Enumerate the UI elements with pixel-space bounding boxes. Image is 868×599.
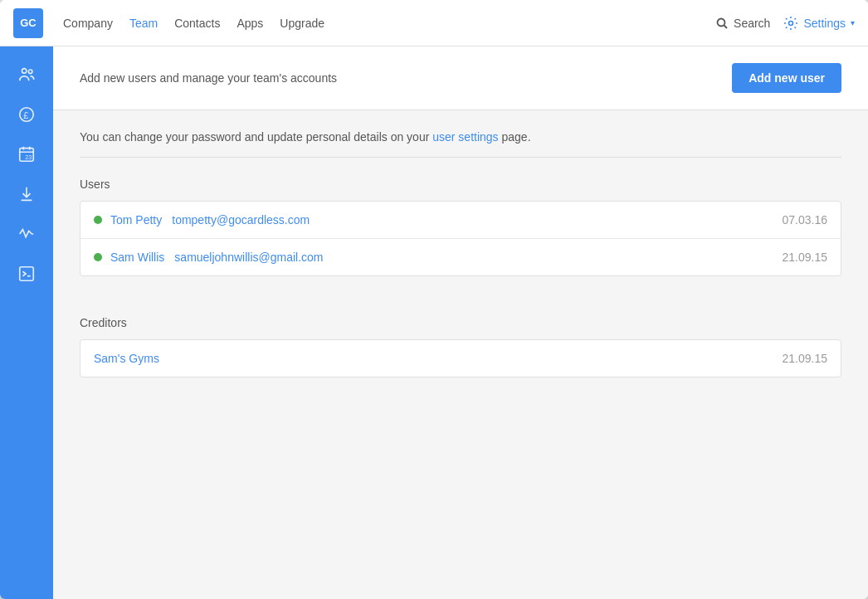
main-layout: £ 23 Add new users and manage your team'… <box>0 46 868 599</box>
creditors-section: Creditors Sam's Gyms 21.09.15 <box>53 296 868 397</box>
nav-company[interactable]: Company <box>63 17 113 30</box>
content-header: Add new users and manage your team's acc… <box>53 46 868 110</box>
sidebar-activity-icon[interactable] <box>8 216 45 252</box>
users-table: Tom Petty tompetty@gocardless.com 07.03.… <box>80 201 841 276</box>
table-row[interactable]: Sam's Gyms 21.09.15 <box>80 340 841 377</box>
settings-button[interactable]: Settings ▾ <box>783 16 855 31</box>
search-button[interactable]: Search <box>715 17 770 30</box>
svg-point-2 <box>789 21 793 25</box>
search-icon <box>715 17 729 30</box>
top-nav: GC Company Team Contacts Apps Upgrade Se… <box>0 0 868 46</box>
table-row[interactable]: Sam Willis samueljohnwillis@gmail.com 21… <box>80 239 841 275</box>
nav-links: Company Team Contacts Apps Upgrade <box>63 17 715 30</box>
user-name: Tom Petty <box>110 213 162 226</box>
header-description: Add new users and manage your team's acc… <box>80 71 337 85</box>
table-row[interactable]: Tom Petty tompetty@gocardless.com 07.03.… <box>80 202 841 239</box>
svg-text:£: £ <box>23 110 28 120</box>
user-email: samueljohnwillis@gmail.com <box>174 251 323 264</box>
creditor-date: 21.09.15 <box>783 352 828 365</box>
main-content: Add new users and manage your team's acc… <box>53 46 868 599</box>
svg-text:23: 23 <box>25 153 32 161</box>
creditors-table: Sam's Gyms 21.09.15 <box>80 339 841 377</box>
svg-point-4 <box>28 70 32 74</box>
nav-team[interactable]: Team <box>129 17 158 30</box>
sidebar-terminal-icon[interactable] <box>8 256 45 292</box>
info-text-after: page. <box>499 130 531 144</box>
info-text-before: You can change your password and update … <box>80 130 432 144</box>
sidebar-users-icon[interactable] <box>8 56 45 93</box>
add-user-button[interactable]: Add new user <box>732 63 841 93</box>
users-section-title: Users <box>80 178 841 191</box>
search-label: Search <box>734 17 770 30</box>
status-dot-active <box>94 216 102 224</box>
info-bar: You can change your password and update … <box>53 110 868 157</box>
settings-chevron-icon: ▾ <box>851 18 855 27</box>
user-date: 21.09.15 <box>783 251 828 264</box>
svg-point-0 <box>718 18 725 26</box>
status-dot-active <box>94 253 102 261</box>
app-window: GC Company Team Contacts Apps Upgrade Se… <box>0 0 868 599</box>
sidebar: £ 23 <box>0 46 53 599</box>
user-settings-link[interactable]: user settings <box>432 130 498 144</box>
settings-label: Settings <box>803 17 846 30</box>
creditors-section-title: Creditors <box>80 316 841 329</box>
svg-line-1 <box>724 25 728 28</box>
gc-logo: GC <box>13 8 43 38</box>
svg-point-3 <box>22 69 27 74</box>
sidebar-currency-icon[interactable]: £ <box>8 96 45 133</box>
user-name: Sam Willis <box>110 251 164 264</box>
gear-icon <box>783 16 798 31</box>
sidebar-calendar-icon[interactable]: 23 <box>8 136 45 173</box>
creditor-name: Sam's Gyms <box>94 352 159 365</box>
nav-apps[interactable]: Apps <box>237 17 263 30</box>
nav-right: Search Settings ▾ <box>715 16 855 31</box>
sidebar-download-icon[interactable] <box>8 176 45 212</box>
user-email: tompetty@gocardless.com <box>172 213 310 226</box>
user-date: 07.03.16 <box>783 213 828 226</box>
nav-upgrade[interactable]: Upgrade <box>280 17 324 30</box>
nav-contacts[interactable]: Contacts <box>174 17 220 30</box>
users-section: Users Tom Petty tompetty@gocardless.com … <box>53 158 868 296</box>
